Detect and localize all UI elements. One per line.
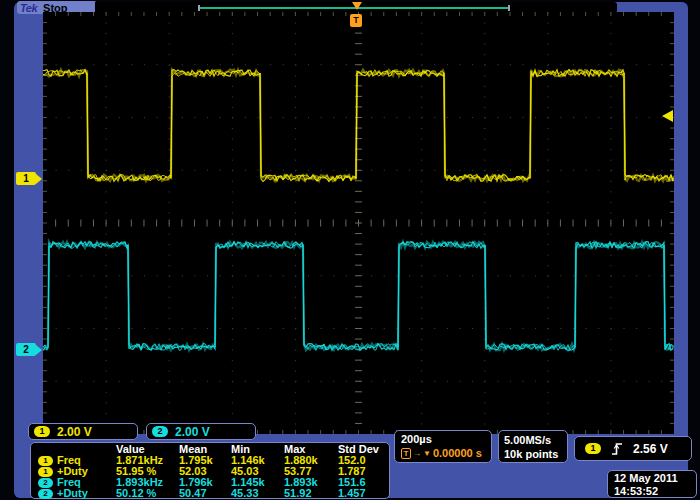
measurement-row: 1+Duty51.95 %52.0345.0353.771.787 — [38, 466, 389, 477]
trace-ch1 — [43, 70, 673, 182]
measurement-row: 2+Duty50.12 %50.4745.3351.921.457 — [38, 488, 389, 499]
date-readout: 12 May 2011 — [614, 472, 696, 485]
sample-rate: 5.00MS/s — [504, 433, 567, 447]
graticule: T 1 2 — [43, 12, 674, 434]
measurement-channel-badge: 2 — [38, 489, 53, 499]
channel1-position-marker: 1 — [16, 172, 36, 185]
timebase-chip: 200µs T→▼ 0.00000 s — [394, 430, 492, 463]
timebase-scale: 200µs — [401, 433, 491, 445]
oscilloscope-screen: Tek Stop T 1 2 1 2.00 V 2 2.00 V Value M… — [0, 0, 700, 500]
measurement-name: +Duty — [57, 488, 88, 499]
trace-ch1 — [43, 70, 673, 182]
trace-ch2 — [43, 242, 673, 351]
measurement-row: 2Freq1.893kHz1.796k1.145k1.893k151.6 — [38, 477, 389, 488]
channel2-scale: 2.00 V — [175, 425, 210, 439]
measurement-channel-badge: 1 — [38, 456, 53, 466]
measurement-channel-badge: 2 — [38, 478, 53, 488]
trigger-level-arrow-icon — [662, 110, 673, 122]
measurement-mean: 50.47 — [179, 488, 231, 499]
trigger-position-arrow-icon — [352, 2, 362, 10]
tek-logo: Tek — [20, 2, 37, 14]
channel1-scale: 2.00 V — [57, 425, 92, 439]
measurement-max: 51.92 — [284, 488, 338, 499]
horizontal-position-value: 0.00000 s — [433, 447, 482, 459]
channel2-scale-chip: 2 2.00 V — [146, 423, 256, 440]
measurements-table: Value Mean Min Max Std Dev 1Freq1.871kHz… — [30, 442, 390, 499]
datetime-chip: 12 May 2011 14:53:52 — [607, 470, 697, 498]
trigger-source-badge: 1 — [585, 443, 601, 454]
measurement-value: 50.12 % — [116, 488, 179, 499]
channel1-scale-chip: 1 2.00 V — [28, 423, 138, 440]
measurement-min: 45.33 — [231, 488, 284, 499]
trigger-chip: 1 2.56 V — [574, 436, 692, 461]
channel1-badge: 1 — [34, 426, 50, 437]
measurement-std: 1.457 — [338, 488, 389, 499]
trace-ch2 — [43, 242, 673, 351]
acquisition-chip: 5.00MS/s 10k points — [498, 430, 568, 463]
record-view-left-bracket-icon — [198, 5, 200, 11]
trace-ch2 — [43, 242, 673, 351]
trigger-level: 2.56 V — [633, 442, 668, 456]
trigger-t-icon: T — [401, 448, 411, 459]
down-triangle-icon: ▼ — [423, 449, 431, 458]
channel2-badge: 2 — [152, 426, 168, 437]
measurement-channel-badge: 1 — [38, 467, 53, 477]
right-arrow-icon: → — [413, 449, 421, 458]
trace-ch1 — [43, 70, 673, 182]
measurements-header-row: Value Mean Min Max Std Dev — [38, 444, 389, 455]
horizontal-position-readout: T→▼ 0.00000 s — [401, 447, 491, 459]
measurement-rows: 1Freq1.871kHz1.795k1.146k1.880k152.01+Du… — [38, 455, 389, 499]
measurement-row: 1Freq1.871kHz1.795k1.146k1.880k152.0 — [38, 455, 389, 466]
record-length: 10k points — [504, 447, 567, 461]
rising-edge-icon — [611, 442, 623, 456]
channel2-position-marker: 2 — [16, 343, 36, 356]
time-readout: 14:53:52 — [614, 485, 696, 498]
record-view-right-bracket-icon — [508, 5, 510, 11]
trigger-point-flag-icon: T — [350, 14, 362, 27]
waveform-traces — [43, 12, 674, 434]
